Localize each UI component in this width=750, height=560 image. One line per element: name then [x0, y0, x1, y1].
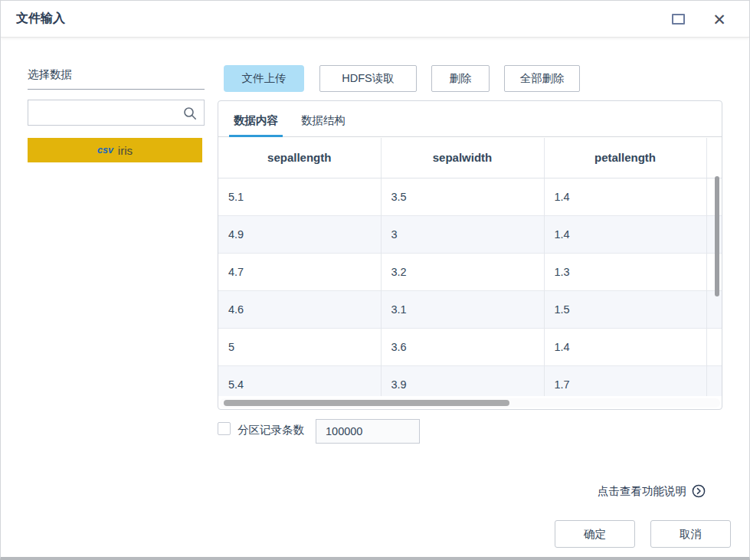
hdfs-read-button[interactable]: HDFS读取 — [319, 65, 417, 92]
column-header: petallength — [544, 138, 706, 178]
tab-data-content[interactable]: 数据内容 — [234, 101, 278, 137]
maximize-button[interactable] — [666, 7, 690, 31]
table-cell: 3.9 — [381, 365, 544, 396]
table-cell: 3 — [381, 215, 544, 253]
table-cell: 1.4 — [544, 178, 706, 215]
search-input[interactable] — [28, 100, 182, 125]
table-header-row: sepallength sepalwidth petallength — [218, 138, 722, 178]
maximize-icon — [672, 14, 685, 25]
table-cell-partial — [706, 328, 722, 365]
table-cell: 1.4 — [544, 328, 706, 365]
table-body: 5.13.51.44.931.44.73.21.34.63.11.553.61.… — [218, 178, 722, 396]
close-button[interactable]: ✕ — [707, 7, 732, 31]
data-table-viewport: sepallength sepalwidth petallength 5.13.… — [218, 138, 722, 396]
column-header: sepallength — [218, 138, 381, 178]
partition-label[interactable]: 分区记录条数 — [237, 423, 304, 437]
table-cell-partial — [706, 253, 722, 290]
file-input-dialog: 文件输入 ✕ 选择数据 csv iris 文件上传 HDFS读取 删除 全部删除… — [0, 0, 750, 560]
table-row: 5.43.91.7 — [218, 365, 722, 396]
table-cell: 1.5 — [544, 290, 706, 328]
column-header-partial — [706, 138, 722, 178]
table-cell-partial — [706, 365, 722, 396]
tab-bar: 数据内容 数据结构 — [218, 101, 722, 137]
table-cell-partial — [706, 178, 722, 215]
table-cell-partial — [706, 215, 722, 253]
dialog-title: 文件输入 — [16, 11, 65, 27]
close-icon: ✕ — [712, 11, 726, 28]
data-table: sepallength sepalwidth petallength 5.13.… — [218, 138, 722, 396]
table-cell: 5.1 — [218, 178, 381, 215]
table-cell: 4.7 — [218, 253, 381, 290]
table-cell-partial — [706, 290, 722, 328]
tab-data-structure[interactable]: 数据结构 — [301, 101, 346, 137]
table-row: 4.931.4 — [218, 215, 722, 253]
table-row: 53.61.4 — [218, 328, 722, 365]
table-cell: 3.1 — [381, 290, 544, 328]
table-cell: 1.3 — [544, 253, 706, 290]
table-cell: 3.2 — [381, 253, 544, 290]
delete-all-button[interactable]: 全部删除 — [504, 65, 580, 92]
cancel-button[interactable]: 取消 — [650, 520, 731, 548]
partition-checkbox[interactable] — [218, 422, 231, 435]
horizontal-scrollbar-thumb[interactable] — [224, 400, 509, 406]
vertical-scrollbar-thumb[interactable] — [715, 176, 719, 296]
select-data-divider — [28, 89, 205, 90]
dataset-name: iris — [118, 144, 133, 157]
arrow-circle-icon — [692, 484, 706, 498]
dataset-search-box — [28, 100, 205, 126]
help-link[interactable]: 点击查看功能说明 — [598, 483, 706, 499]
table-row: 4.63.11.5 — [218, 290, 722, 328]
table-cell: 4.6 — [218, 290, 381, 328]
table-row: 5.13.51.4 — [218, 178, 722, 215]
data-preview-panel: 数据内容 数据结构 sepallength sepalwidth petalle… — [218, 100, 722, 410]
horizontal-scrollbar-track[interactable] — [220, 398, 720, 408]
table-cell: 5 — [218, 328, 381, 365]
partition-count-input[interactable] — [316, 419, 420, 444]
titlebar: 文件输入 ✕ — [1, 1, 749, 38]
table-cell: 4.9 — [218, 215, 381, 253]
column-header: sepalwidth — [381, 138, 544, 178]
table-cell: 1.7 — [544, 365, 706, 396]
help-link-label: 点击查看功能说明 — [598, 484, 686, 499]
table-cell: 3.6 — [381, 328, 544, 365]
csv-file-icon: csv — [97, 145, 113, 156]
table-row: 4.73.21.3 — [218, 253, 722, 290]
delete-button[interactable]: 删除 — [431, 65, 490, 92]
ok-button[interactable]: 确定 — [555, 520, 635, 548]
table-cell: 3.5 — [381, 178, 544, 215]
table-cell: 5.4 — [218, 365, 381, 396]
select-data-label: 选择数据 — [28, 67, 72, 82]
dataset-item-iris[interactable]: csv iris — [28, 138, 202, 162]
table-cell: 1.4 — [544, 215, 706, 253]
file-upload-button[interactable]: 文件上传 — [224, 65, 304, 92]
search-icon[interactable] — [183, 106, 197, 120]
